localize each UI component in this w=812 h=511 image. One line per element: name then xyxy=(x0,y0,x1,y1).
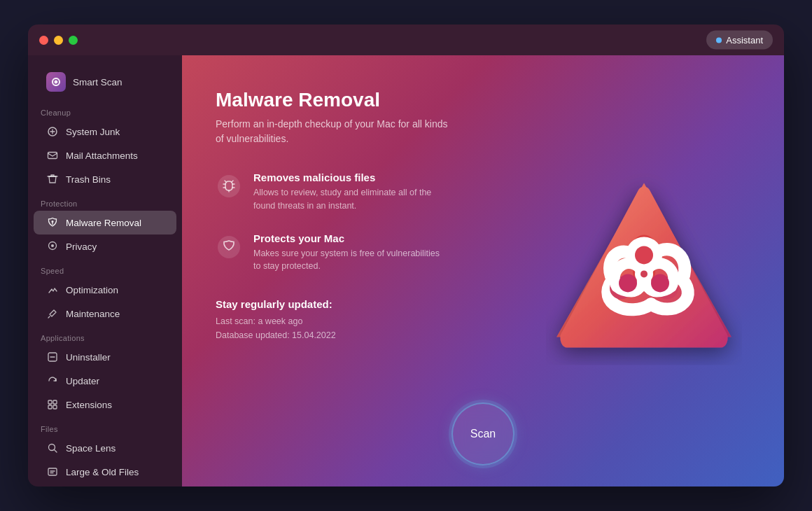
feature-removes-text: Removes malicious files Allows to review… xyxy=(253,172,442,213)
svg-point-4 xyxy=(51,244,54,247)
space-lens-label: Space Lens xyxy=(66,443,115,454)
malware-removal-icon xyxy=(46,216,59,229)
sidebar-item-extensions[interactable]: Extensions xyxy=(34,393,176,416)
updater-label: Updater xyxy=(66,376,99,386)
sidebar-item-shredder[interactable]: Shredder xyxy=(34,484,176,486)
space-lens-icon xyxy=(46,442,59,454)
system-junk-label: System Junk xyxy=(66,127,120,137)
sidebar-item-trash-bins[interactable]: Trash Bins xyxy=(34,167,176,191)
sidebar-smart-scan-label: Smart Scan xyxy=(73,77,122,88)
maximize-button[interactable] xyxy=(69,36,78,45)
malware-removal-label: Malware Removal xyxy=(66,218,141,228)
page-title: Malware Removal xyxy=(216,89,750,111)
bug-icon xyxy=(216,173,242,200)
sidebar-item-system-junk[interactable]: System Junk xyxy=(34,120,176,144)
trash-bins-icon xyxy=(46,173,59,186)
updater-icon xyxy=(46,374,59,387)
extensions-label: Extensions xyxy=(66,400,112,410)
sidebar-item-optimization[interactable]: Optimization xyxy=(34,278,176,302)
scan-label: Scan xyxy=(470,428,496,440)
close-button[interactable] xyxy=(39,36,48,45)
traffic-lights xyxy=(39,36,78,45)
scan-button[interactable]: Scan xyxy=(451,402,514,465)
extensions-icon xyxy=(46,398,59,411)
section-label-speed: Speed xyxy=(28,258,182,278)
biohazard-illustration xyxy=(546,169,742,365)
sidebar-item-privacy[interactable]: Privacy xyxy=(34,234,176,258)
svg-rect-1 xyxy=(48,153,57,159)
feature-protects-title: Protects your Mac xyxy=(253,232,442,244)
svg-point-10 xyxy=(49,444,55,451)
maintenance-label: Maintenance xyxy=(66,309,120,319)
feature-protects-mac: Protects your Mac Makes sure your system… xyxy=(216,232,482,274)
sidebar-item-uninstaller[interactable]: Uninstaller xyxy=(34,345,176,369)
optimization-label: Optimization xyxy=(66,285,118,295)
smart-scan-icon xyxy=(46,72,66,92)
title-bar: Assistant xyxy=(28,24,784,55)
svg-point-27 xyxy=(640,270,648,277)
svg-point-25 xyxy=(651,274,669,292)
feature-removes-title: Removes malicious files xyxy=(253,172,442,183)
mail-attachments-icon xyxy=(46,149,59,162)
assistant-label: Assistant xyxy=(726,35,763,46)
feature-protects-desc: Makes sure your system is free of vulner… xyxy=(253,247,442,274)
sidebar: Smart Scan Cleanup System Junk xyxy=(28,55,182,486)
uninstaller-icon xyxy=(46,351,59,363)
maintenance-icon xyxy=(46,307,59,320)
app-window: Assistant Smart Scan Cleanup xyxy=(28,24,784,486)
svg-rect-6 xyxy=(48,400,52,404)
large-old-files-label: Large & Old Files xyxy=(66,467,139,477)
assistant-dot-icon xyxy=(716,37,722,43)
svg-point-23 xyxy=(635,246,653,264)
svg-point-14 xyxy=(218,236,240,258)
sidebar-item-mail-attachments[interactable]: Mail Attachments xyxy=(34,144,176,167)
sidebar-item-malware-removal[interactable]: Malware Removal xyxy=(34,211,176,234)
feature-removes-malicious: Removes malicious files Allows to review… xyxy=(216,172,482,213)
svg-rect-11 xyxy=(48,468,57,475)
feature-protects-text: Protects your Mac Makes sure your system… xyxy=(253,232,442,274)
system-junk-icon xyxy=(46,125,59,138)
assistant-button[interactable]: Assistant xyxy=(706,31,773,50)
uninstaller-label: Uninstaller xyxy=(66,352,111,363)
section-label-files: Files xyxy=(28,416,182,436)
scan-button-container: Scan xyxy=(451,402,514,465)
features-list: Removes malicious files Allows to review… xyxy=(216,172,482,273)
app-body: Smart Scan Cleanup System Junk xyxy=(28,55,784,486)
large-old-files-icon xyxy=(46,465,59,478)
sidebar-item-maintenance[interactable]: Maintenance xyxy=(34,302,176,326)
section-label-applications: Applications xyxy=(28,326,182,345)
svg-rect-7 xyxy=(53,400,57,404)
section-label-protection: Protection xyxy=(28,191,182,211)
sidebar-item-smart-scan[interactable]: Smart Scan xyxy=(34,66,176,97)
trash-bins-label: Trash Bins xyxy=(66,174,111,185)
svg-rect-9 xyxy=(53,405,57,409)
mail-attachments-label: Mail Attachments xyxy=(66,150,138,161)
sidebar-item-space-lens[interactable]: Space Lens xyxy=(34,436,176,460)
section-label-cleanup: Cleanup xyxy=(28,100,182,120)
sidebar-item-updater[interactable]: Updater xyxy=(34,369,176,393)
main-content: Malware Removal Perform an in-depth chec… xyxy=(182,55,784,486)
svg-point-13 xyxy=(218,175,240,197)
svg-point-24 xyxy=(619,274,637,292)
page-subtitle: Perform an in-depth checkup of your Mac … xyxy=(216,117,454,146)
shield-icon xyxy=(216,234,242,260)
feature-removes-desc: Allows to review, study and eliminate al… xyxy=(253,186,442,213)
optimization-icon xyxy=(46,284,59,296)
svg-rect-8 xyxy=(48,405,52,409)
privacy-icon xyxy=(46,240,59,253)
privacy-label: Privacy xyxy=(66,241,97,252)
sidebar-item-large-old-files[interactable]: Large & Old Files xyxy=(34,460,176,484)
minimize-button[interactable] xyxy=(54,36,63,45)
